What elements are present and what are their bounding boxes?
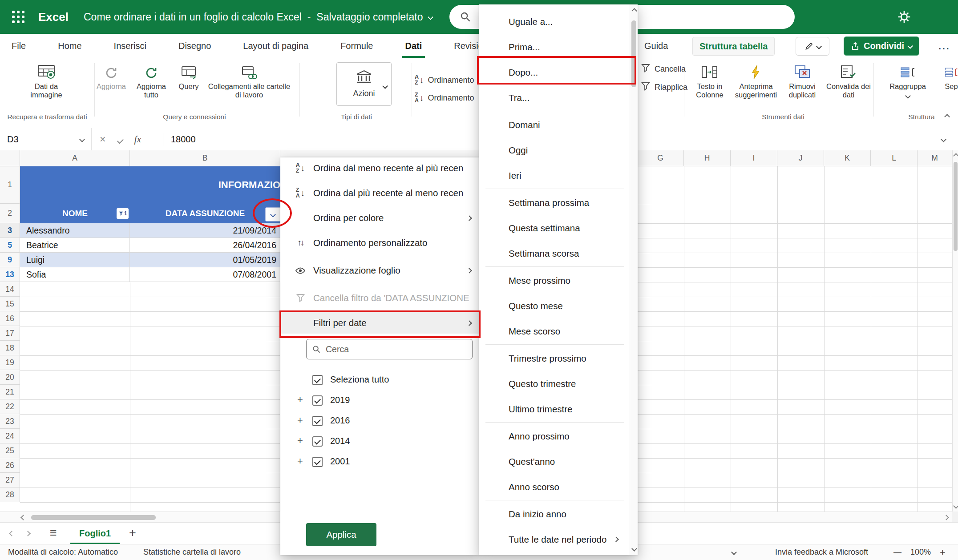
row-header-2[interactable]: 2 [0, 204, 20, 223]
filter-search-input[interactable]: Cerca [306, 339, 473, 359]
data-validation-button[interactable]: Convalida dei dati [825, 61, 872, 99]
app-launcher-icon[interactable] [10, 8, 27, 25]
menu-item-ordina-per-colore[interactable]: Ordina per colore [280, 207, 479, 229]
row-header-16[interactable]: 16 [0, 311, 20, 326]
table-header-data-assunzione[interactable]: DATA ASSUNZIONE [130, 204, 280, 223]
column-header-a[interactable]: A [20, 150, 130, 166]
vertical-scroll-thumb[interactable] [954, 162, 958, 251]
zoom-out-button[interactable]: — [893, 544, 901, 560]
select-all-corner[interactable] [0, 150, 20, 166]
menu-item-da-inizio-anno[interactable]: Da inizio anno [479, 501, 630, 527]
tab-guida[interactable]: Guida [644, 34, 668, 58]
query-button[interactable]: Query [174, 61, 204, 91]
checkbox-seleziona-tutto[interactable] [312, 375, 323, 385]
remove-duplicates-button[interactable]: Rimuovi duplicati [779, 61, 825, 99]
cell-name-alessandro[interactable]: Alessandro [20, 223, 130, 238]
row-header-21[interactable]: 21 [0, 385, 20, 399]
menu-item-quest-anno[interactable]: Quest'anno [479, 449, 630, 474]
name-box[interactable]: D3 [0, 128, 92, 150]
feedback-link[interactable]: Invia feedback a Microsoft [775, 544, 868, 560]
refresh-all-button[interactable]: Aggiorna tutto [131, 61, 172, 99]
row-header-3[interactable]: 3 [0, 223, 20, 238]
row-header-14[interactable]: 14 [0, 282, 20, 297]
zoom-in-button[interactable]: + [940, 544, 946, 560]
row-header-13[interactable]: 13 [0, 267, 20, 282]
menu-item-tra[interactable]: Tra... [479, 85, 630, 110]
menu-item-mese-scorso[interactable]: Mese scorso [479, 318, 630, 344]
apply-button[interactable]: Applica [306, 523, 376, 546]
formula-bar-value[interactable]: 18000 [171, 128, 196, 150]
tab-home[interactable]: Home [58, 34, 81, 58]
expand-button[interactable]: + [297, 394, 303, 406]
tab-disegno[interactable]: Disegno [178, 34, 211, 58]
menu-item-prima[interactable]: Prima... [479, 34, 630, 60]
sort-descending-button[interactable]: ZA↓ Ordinamento [415, 91, 479, 105]
scroll-down-icon[interactable] [631, 546, 637, 552]
menu-item-questo-mese[interactable]: Questo mese [479, 293, 630, 318]
menu-item-visualizzazione-foglio[interactable]: Visualizzazione foglio [280, 260, 479, 281]
status-chevron-icon[interactable] [731, 549, 737, 555]
sorted-filter-badge[interactable]: 1 [117, 208, 129, 219]
submenu-scroll-thumb[interactable] [631, 20, 636, 87]
menu-item-questa-settimana[interactable]: Questa settimana [479, 215, 630, 241]
menu-item-dopo[interactable]: Dopo... [479, 60, 630, 85]
scroll-down-icon[interactable] [953, 503, 958, 509]
checkbox-2019[interactable] [312, 395, 323, 406]
all-sheets-menu-icon[interactable]: ≡ [50, 526, 57, 540]
column-header-l[interactable]: L [871, 150, 918, 166]
cell-date-luigi[interactable]: 01/05/2019 [130, 253, 280, 267]
cell-name-beatrice[interactable]: Beatrice [20, 238, 130, 253]
flash-fill-button[interactable]: Anteprima suggerimenti [733, 61, 779, 99]
zoom-level[interactable]: 100% [910, 544, 931, 560]
cancel-entry-button[interactable]: × [100, 133, 105, 145]
workbook-links-button[interactable]: Collegamenti alle cartelle di lavoro [206, 61, 293, 99]
ungroup-button[interactable]: Sep [934, 61, 958, 91]
checkbox-2001[interactable] [312, 457, 323, 467]
row-header-17[interactable]: 17 [0, 326, 20, 341]
checkbox-2014[interactable] [312, 436, 323, 447]
settings-button[interactable] [895, 8, 913, 26]
scroll-up-icon[interactable] [953, 153, 958, 159]
calc-mode-status[interactable]: Modalità di calcolo: Automatico [8, 544, 118, 560]
data-from-picture-button[interactable]: Dati da immagine [20, 61, 72, 99]
menu-item-ultimo-trimestre[interactable]: Ultimo trimestre [479, 396, 630, 422]
share-button[interactable]: Condividi [844, 36, 919, 56]
menu-item-ordina-dal-meno-recente-al-pi-recen[interactable]: AZ↓Ordina dal meno recente al più recen [280, 157, 479, 179]
next-sheet-icon[interactable] [25, 531, 31, 536]
row-header-26[interactable]: 26 [0, 458, 20, 473]
menu-item-ieri[interactable]: Ieri [479, 163, 630, 188]
row-header-1[interactable]: 1 [0, 166, 20, 204]
menu-item-ordinamento-personalizzato[interactable]: ↑↓Ordinamento personalizzato [280, 232, 479, 254]
add-sheet-button[interactable]: + [129, 526, 136, 540]
menu-item-filtri-per-date[interactable]: Filtri per date [280, 312, 479, 334]
cell-date-alessandro[interactable]: 21/09/2014 [130, 223, 280, 238]
reapply-filter-button[interactable]: Riapplica [641, 81, 694, 94]
insert-function-button[interactable]: fx [134, 133, 141, 145]
tab-file[interactable]: File [12, 34, 26, 58]
column-header-g[interactable]: G [637, 150, 684, 166]
row-header-15[interactable]: 15 [0, 297, 20, 311]
actions-button[interactable]: Azioni [336, 62, 392, 106]
row-header-18[interactable]: 18 [0, 341, 20, 355]
row-header-20[interactable]: 20 [0, 370, 20, 385]
tab-dati[interactable]: Dati [405, 34, 422, 58]
row-header-27[interactable]: 27 [0, 473, 20, 487]
sort-ascending-button[interactable]: AZ↓ Ordinamento [415, 73, 479, 87]
formula-bar-expand-icon[interactable] [941, 137, 946, 142]
tab-struttura-tabella[interactable]: Struttura tabella [692, 37, 775, 56]
expand-button[interactable]: + [297, 455, 303, 467]
column-header-h[interactable]: H [684, 150, 731, 166]
refresh-button[interactable]: Aggiorna [93, 61, 130, 91]
row-header-22[interactable]: 22 [0, 399, 20, 414]
menu-item-anno-scorso[interactable]: Anno scorso [479, 474, 630, 500]
scroll-left-icon[interactable] [20, 515, 26, 520]
cell-name-luigi[interactable]: Luigi [20, 253, 130, 267]
prev-sheet-icon[interactable] [9, 531, 15, 536]
menu-item-settimana-scorsa[interactable]: Settimana scorsa [479, 241, 630, 266]
table-header-nome[interactable]: NOME [20, 204, 130, 223]
column-header-j[interactable]: J [777, 150, 824, 166]
vertical-scrollbar[interactable] [952, 150, 958, 512]
tab-formule[interactable]: Formule [340, 34, 373, 58]
document-title[interactable]: Come ordinare i dati in un foglio di cal… [84, 0, 433, 34]
scroll-up-icon[interactable] [631, 8, 637, 14]
